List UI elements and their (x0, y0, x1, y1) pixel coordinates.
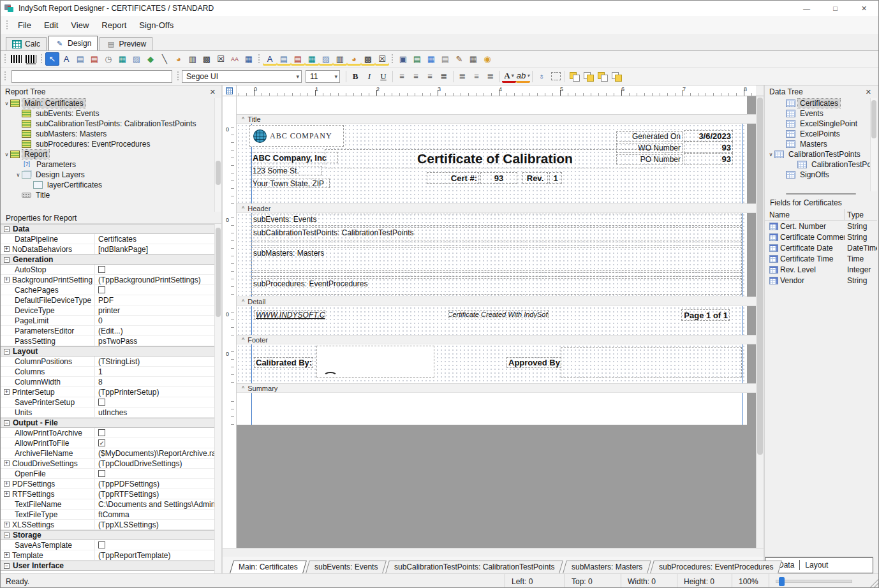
certificate-title-label[interactable]: Certificate of Calibration (325, 149, 665, 168)
tree-item[interactable]: ExcelPoints (765, 129, 870, 139)
property-row[interactable]: +Template(TppReportTemplate) (1, 550, 214, 561)
db-calc-tool-icon[interactable]: ▦ (305, 52, 319, 66)
barcode-tool-icon[interactable] (9, 52, 24, 66)
property-value[interactable]: (TStringList) (95, 357, 214, 366)
field-row[interactable]: VendorString (765, 275, 877, 286)
tab-design[interactable]: ✎Design (48, 36, 98, 50)
data-tree-close-icon[interactable]: ✕ (864, 88, 873, 96)
align-right-button[interactable]: ≡ (423, 70, 437, 83)
field-row[interactable]: Cert. NumberString (765, 221, 877, 232)
bring-to-front-button[interactable] (567, 70, 581, 83)
company-address2-label[interactable]: Your Town State, ZIP (251, 179, 330, 188)
property-value[interactable]: 0 (95, 316, 214, 325)
valign-top-button[interactable]: ≣ (455, 70, 469, 83)
subreport-tool-icon[interactable]: ▤ (410, 52, 424, 66)
tree-item[interactable]: subMasters: Masters (1, 129, 214, 139)
tab-preview[interactable]: ▤Preview (100, 37, 152, 50)
property-value[interactable] (95, 470, 214, 477)
property-row[interactable]: AllowPrintToArchive (1, 428, 214, 438)
tree-item[interactable]: ∨Design Layers (1, 170, 214, 180)
canvas-vertical-scrollbar[interactable] (756, 96, 764, 548)
property-value[interactable] (95, 266, 214, 273)
fields-column-name[interactable]: Name (769, 209, 845, 220)
property-value[interactable]: C:\Documents and Settings\Administr (95, 500, 214, 509)
report-tab[interactable]: subProcedures: EventProcedures (650, 561, 782, 573)
font-size-select[interactable]: 11▾ (306, 70, 340, 83)
expand-icon[interactable]: + (4, 552, 10, 558)
tree-item[interactable]: SignOffs (765, 170, 870, 180)
shape-tool-icon[interactable]: ◆ (144, 52, 158, 66)
tree-item[interactable]: ExcelSinglePoint (765, 119, 870, 129)
footer-band[interactable]: Calibrated By: Approved By: (237, 344, 747, 383)
property-group[interactable]: −Storage (1, 530, 214, 540)
db-memo-tool-icon[interactable]: ▤ (277, 52, 291, 66)
report-tab[interactable]: Main: Certificates (230, 561, 306, 573)
menu-edit[interactable]: Edit (38, 18, 64, 33)
property-value[interactable]: ftComma (95, 510, 214, 519)
band-header-header[interactable]: ^Header (237, 203, 756, 213)
fields-column-type[interactable]: Type (845, 210, 877, 219)
property-value[interactable]: PDF (95, 296, 214, 305)
expander-icon[interactable]: ∨ (3, 152, 10, 158)
checkbox-tool-icon[interactable]: ☒ (214, 52, 228, 66)
crosstab-tool-icon[interactable]: ▦ (424, 52, 438, 66)
db-image-tool-icon[interactable]: ▨ (319, 52, 333, 66)
property-row[interactable]: SavePrinterSetup (1, 397, 214, 408)
table-tool-icon[interactable]: ▦ (466, 52, 480, 66)
property-value[interactable]: [ndBlankPage] (95, 245, 214, 254)
tree-item[interactable]: layerCertificates (1, 180, 214, 190)
bold-button[interactable]: B (348, 70, 362, 83)
generated-on-label[interactable]: Generated On (616, 131, 683, 142)
barcode2-tool-icon[interactable]: ▥ (186, 52, 200, 66)
property-group[interactable]: −Output - File (1, 418, 214, 428)
property-row[interactable]: AllowPrintToFile✓ (1, 438, 214, 448)
db-checkbox-tool-icon[interactable]: ☒ (375, 52, 389, 66)
property-value[interactable]: 8 (95, 378, 214, 386)
property-group[interactable]: −Layout (1, 346, 214, 356)
zoom-slider[interactable] (776, 580, 852, 583)
expander-icon[interactable]: ∨ (15, 172, 22, 178)
tree-item[interactable]: Masters (765, 139, 870, 149)
tree-item[interactable]: subProcedures: EventProcedures (1, 139, 214, 149)
rev-value[interactable]: 1 (549, 172, 562, 184)
region-tool-icon[interactable]: ▣ (396, 52, 410, 66)
report-tree-close-icon[interactable]: ✕ (209, 88, 217, 96)
italic-button[interactable]: I (362, 70, 376, 83)
edit-value-input[interactable] (11, 70, 172, 83)
valign-bottom-button[interactable]: ≣ (484, 70, 498, 83)
db-richtext-tool-icon[interactable]: ▤ (291, 52, 305, 66)
property-row[interactable]: UnitsutInches (1, 408, 214, 418)
expand-icon[interactable]: + (4, 481, 10, 487)
db-barcode-tool-icon[interactable]: ▥ (333, 52, 347, 66)
property-value[interactable]: 1 (95, 367, 214, 376)
property-value[interactable]: (TppRTFSettings) (95, 490, 214, 499)
band-header-summary[interactable]: ^Summary (237, 383, 756, 393)
subreport-placeholder[interactable]: subCalibrationTestPoints: CalibrationTes… (251, 227, 742, 240)
expand-icon[interactable]: + (4, 389, 10, 395)
property-row[interactable]: AutoStop (1, 265, 214, 275)
align-left-button[interactable]: ≡ (395, 70, 409, 83)
report-tab[interactable]: subCalibrationTestPoints: CalibrationTes… (385, 561, 563, 573)
tree-item[interactable]: Events (765, 108, 870, 119)
company-address1-label[interactable]: 123 Some St. (251, 166, 322, 175)
map-tool-icon[interactable]: ◉ (480, 52, 494, 66)
calc-tool-icon[interactable]: ▦ (115, 52, 129, 66)
menu-file[interactable]: File (11, 18, 38, 33)
report-tab[interactable]: subMasters: Masters (563, 561, 651, 573)
property-value[interactable]: (TppPrinterSetup) (95, 388, 214, 397)
approved-by-label[interactable]: Approved By: (506, 357, 561, 368)
band-header-title[interactable]: ^Title (237, 114, 756, 124)
highlight-color-button[interactable]: ab▾ (516, 71, 530, 83)
paintbrush-tool-icon[interactable]: ✎ (452, 52, 466, 66)
dashed-frame-button[interactable] (549, 70, 563, 83)
resize-grip[interactable] (868, 578, 878, 588)
property-row[interactable]: +CloudDriveSettings(TppCloudDriveSetting… (1, 459, 214, 469)
property-value[interactable] (95, 286, 214, 293)
pagebreak-tool-icon[interactable]: ▤ (438, 52, 452, 66)
db-barcode2d-tool-icon[interactable]: ▩ (361, 52, 375, 66)
tree-item[interactable]: ∨Main: Certificates (1, 98, 214, 108)
font-family-select[interactable]: Segoe UI▾ (182, 70, 302, 83)
field-row[interactable]: Certificate CommentString (765, 232, 877, 242)
image-tool-icon[interactable]: ▨ (129, 52, 144, 66)
summary-band[interactable] (237, 393, 747, 425)
